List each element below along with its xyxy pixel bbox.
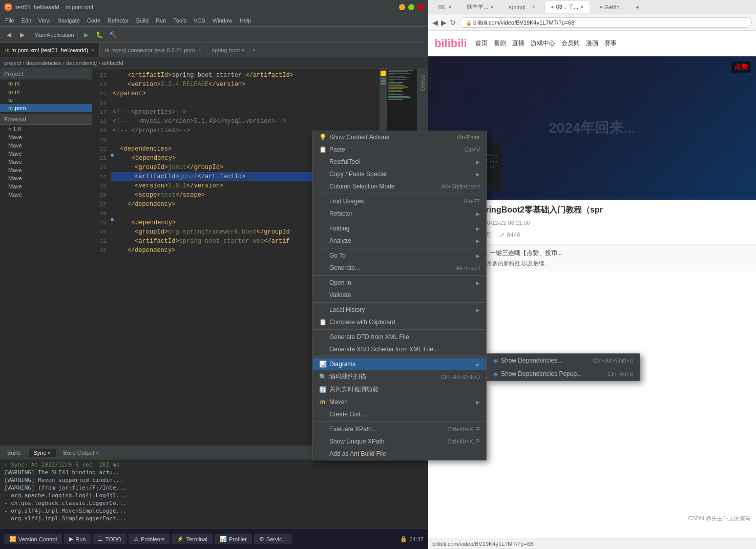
menu-tools[interactable]: Tools [170,16,190,25]
menu-help[interactable]: Help [237,16,255,25]
tab-close-pom[interactable]: × [91,47,94,53]
taskbar-item-profiler[interactable]: 📊 Profiler [215,534,252,544]
nav-live[interactable]: 直播 [512,39,524,48]
ctx-open-in[interactable]: Open In ▶ [313,277,486,289]
bottom-tab-sync[interactable]: Sync × [29,449,56,457]
ctx-generate[interactable]: Generate... Alt+Insert [313,262,486,274]
browser-forward-btn[interactable]: ▶ [441,18,447,27]
ctx-validate[interactable]: Validate [313,289,486,301]
ctx-paste[interactable]: 📋 Paste Ctrl+V [313,143,486,156]
run-btn[interactable]: ▶ [81,29,92,40]
ctx-local-history[interactable]: Local History ▶ [313,304,486,316]
sidebar-item-pom[interactable]: m pom [0,104,92,112]
toolbar-forward-btn[interactable]: ▶ [16,29,28,40]
browser-refresh-btn[interactable]: ↻ [450,18,456,27]
ctx-goto[interactable]: Go To ▶ [313,249,486,262]
ctx-analyze[interactable]: Analyze ▶ [313,235,486,247]
ctx-disable-detect[interactable]: 🔄 关闭实时检测功能 [313,383,486,396]
sidebar-item-mave7[interactable]: Mave [0,182,92,191]
menu-window[interactable]: Window [209,16,236,25]
browser-tab-getting[interactable]: ● Gettin... [593,2,631,12]
ctx-compare-clipboard[interactable]: 📋 Compare with Clipboard [313,316,486,328]
taskbar-item-version[interactable]: 🔀 Version Control [4,534,62,544]
bilibili-logo[interactable]: bilibili [434,37,467,50]
debug-btn[interactable]: 🐛 [94,29,106,40]
taskbar-item-todo[interactable]: ☰ TODO [93,534,127,544]
browser-tab-06[interactable]: 06. × [432,2,457,12]
maximize-btn[interactable] [408,4,414,10]
browser-tab-close-lazy[interactable]: × [490,4,493,10]
ctx-find-usages[interactable]: Find Usages Alt+F7 [313,195,486,207]
ctx-copy-paste-special[interactable]: Copy / Paste Special ▶ [313,168,486,180]
ctx-column-selection[interactable]: Column Selection Mode Alt+Shift+Insert [313,180,486,193]
sidebar-item-mave5[interactable]: Mave [0,166,92,174]
menu-code[interactable]: Code [84,16,103,25]
browser-tab-spring[interactable]: springl... × [502,2,541,12]
address-input[interactable]: 🔒 bilibili.com/video/BV19K4y1L7MT/?p=68 [459,17,752,28]
nav-drama[interactable]: 番剧 [494,39,506,48]
tab-pom-xml[interactable]: m m pom.xml (test01_helloworld) × [0,43,100,57]
nav-comic[interactable]: 漫画 [586,39,598,48]
ctx-show-context-actions[interactable]: 💡 Show Context Actions Alt+Enter [313,131,486,143]
browser-address-bar: ◀ ▶ ↻ 🔒 bilibili.com/video/BV19K4y1L7MT/… [428,14,756,31]
ctx-generate-dtd[interactable]: Generate DTD from XML File [313,331,486,343]
tab-mysql[interactable]: m mysql-connector-java-8.0.21.pom × [100,43,206,57]
taskbar-item-run[interactable]: ▶ Run [64,534,91,544]
sidebar-item-mave8[interactable]: Mave [0,191,92,199]
nav-race[interactable]: 赛事 [604,39,617,48]
ctx-ant-build[interactable]: Add as Ant Build File [313,448,486,460]
sidebar-item-mave4[interactable]: Mave [0,158,92,166]
nav-vip[interactable]: 会员购 [561,39,580,48]
bottom-tab-build[interactable]: Build: [2,449,27,457]
sidebar-item-mave6[interactable]: Mave [0,174,92,182]
tab-close-mysql[interactable]: × [198,47,201,53]
browser-back-btn[interactable]: ◀ [432,18,438,27]
menu-file[interactable]: File [2,16,17,25]
browser-tab-close-03[interactable]: × [580,4,583,10]
menu-refactor[interactable]: Refactor [104,16,132,25]
browser-tab-close-spring[interactable]: × [532,4,535,10]
sidebar-item-mave2[interactable]: Mave [0,141,92,150]
build-btn[interactable]: 🔨 [108,29,119,40]
nav-home[interactable]: 首页 [475,39,488,48]
sidebar-item-te[interactable]: te [0,96,92,104]
taskbar-item-problems[interactable]: ⚠ Problems [129,534,170,544]
ctx-refactor[interactable]: Refactor ▶ [313,207,486,220]
ctx-eval-xpath[interactable]: Evaluate XPath... Ctrl+Alt+X, E [313,423,486,435]
menu-vcs[interactable]: VCS [191,16,208,25]
browser-tab-lazy[interactable]: 懒羊羊... × [460,1,499,13]
tab-spring[interactable]: spring-boot-s... × [206,43,261,57]
ctx-generate-xsd[interactable]: Generate XSD Schema from XML File... [313,343,486,355]
ctx-diagrams[interactable]: 📊 Diagrams ▶ [313,358,486,370]
menu-edit[interactable]: Edit [18,16,34,25]
ctx-folding[interactable]: Folding ▶ [313,222,486,235]
sidebar-item-mave1[interactable]: Mave [0,133,92,141]
ctx-restful[interactable]: RestfulTool ▶ [313,156,486,168]
menu-build[interactable]: Build [133,16,152,25]
nav-game[interactable]: 游戏中心 [531,39,555,48]
ctx-encoding-scan[interactable]: 🔍 编码规约扫描 Ctrl+Alt+Shift+J [313,370,486,383]
toolbar-back-btn[interactable]: ◀ [3,29,14,40]
sidebar-item-ext1[interactable]: < 1.8 [0,125,92,133]
ctx-create-gist[interactable]: Create Gist... [313,408,486,420]
submenu-show-deps-popup[interactable]: ◈ Show Dependencies Popup... Ctrl+Alt+U [487,367,640,381]
ctx-maven[interactable]: m Maven ▶ [313,396,486,408]
browser-tab-close-06[interactable]: × [448,4,451,10]
tab-close-spring[interactable]: × [253,47,256,53]
new-tab-btn[interactable]: + [635,3,639,11]
minimize-btn[interactable] [399,4,405,10]
taskbar-item-terminal[interactable]: ⚡ Terminal [172,534,213,544]
sidebar-item-mave3[interactable]: Mave [0,150,92,158]
sidebar-item-m[interactable]: m m [0,79,92,88]
bottom-tab-output[interactable]: Build Output × [58,449,104,457]
ctx-icon-copy [319,171,326,178]
taskbar-item-services[interactable]: ⚙ Servic... [254,534,292,544]
ctx-unique-xpath[interactable]: Show Unique XPath Ctrl+Alt+X, P [313,435,486,448]
close-btn[interactable] [417,4,424,10]
menu-navigate[interactable]: Navigate [54,16,82,25]
sidebar-item-m2[interactable]: m m [0,88,92,96]
submenu-show-deps[interactable]: ◈ Show Dependencies... Ctrl+Alt+Shift+U [487,354,640,367]
menu-view[interactable]: View [35,16,54,25]
menu-run[interactable]: Run [153,16,169,25]
browser-tab-03[interactable]: ● 03，了... × [544,1,590,13]
